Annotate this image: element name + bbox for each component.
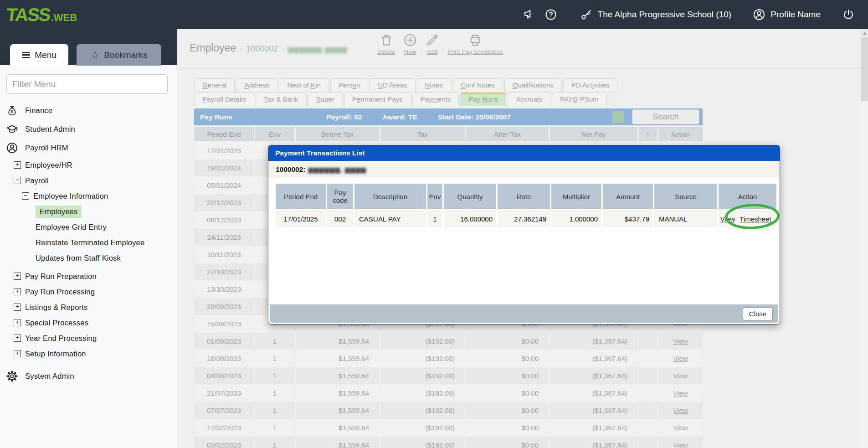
tab-payg-psum[interactable]: PAYG PSum (552, 93, 606, 106)
view-link[interactable]: View (673, 441, 688, 448)
tab-bookmarks[interactable]: ☆ Bookmarks (77, 44, 161, 66)
section-title: Pay Runs (194, 113, 326, 121)
view-link[interactable]: View (673, 389, 688, 397)
col-period-end: Period End (276, 184, 326, 209)
tab-tax-bank[interactable]: Tax & Bank (256, 93, 307, 106)
view-link[interactable]: View (673, 337, 688, 345)
expand-plus-icon[interactable]: + (14, 335, 21, 342)
table-row: 01/09/2023 1 $1,559.64 ($192.00) $0.00 (… (194, 333, 703, 350)
filter-menu-input[interactable] (6, 74, 168, 94)
delete-button[interactable]: Delete (377, 33, 395, 55)
tab-conf-notes[interactable]: Conf Notes (452, 78, 503, 92)
modal-title-bar: Payment Transactions List (268, 145, 780, 161)
school-selector[interactable]: The Alpha Progressive School (10) (579, 7, 732, 22)
cell-period-end: 19/01/2024 (194, 160, 254, 176)
tab-pd-activities[interactable]: PD Activities (563, 78, 617, 92)
tass-web-logo[interactable]: TASS .WEB (6, 5, 77, 25)
col-amount: Amount (603, 184, 653, 209)
cell-tax: ($192.00) (380, 419, 465, 436)
cell-alert (639, 385, 657, 402)
sidebar-item-listings-reports[interactable]: + Listings & Reports (0, 299, 177, 315)
view-link[interactable]: View (720, 215, 735, 223)
tab-payroll-details[interactable]: Payroll Details (194, 93, 254, 106)
expand-plus-icon[interactable]: + (14, 273, 21, 280)
sidebar-item-system-admin[interactable]: System Admin (0, 367, 177, 386)
expand-plus-icon[interactable]: + (14, 161, 21, 169)
tab-address[interactable]: Address (236, 78, 277, 92)
print-pay-envelopes-button[interactable]: Print Pay Envelopes (447, 33, 503, 55)
cell-source: MANUAL (654, 210, 717, 227)
cell-period-end: 10/11/2023 (194, 246, 254, 263)
sidebar-item-pay-run-preparation[interactable]: + Pay Run Preparation (0, 268, 177, 284)
close-button[interactable]: Close (743, 307, 773, 320)
modal-employee-name-redacted: ▆▆▆▆▆▆, ▆▆▆▆ (308, 166, 366, 173)
profile-menu[interactable]: Profile Name (751, 7, 821, 22)
announcements-icon[interactable] (521, 7, 537, 22)
col-alert: ! (639, 127, 657, 141)
menu-tree: $ Finance Student Admin Payroll HRM + Em… (0, 101, 177, 386)
sidebar-item-finance[interactable]: $ Finance (0, 101, 177, 120)
employee-name-redacted: ▆▆▆▆▆▆ ▆▆▆▆ (288, 45, 348, 53)
sidebar-item-payroll-hrm[interactable]: Payroll HRM (0, 139, 177, 157)
sidebar-item-label: Year End Processing (25, 334, 97, 343)
tab-super[interactable]: Super (308, 93, 343, 106)
sidebar-item-pay-run-processing[interactable]: + Pay Run Processing (0, 284, 177, 299)
expand-plus-icon[interactable]: + (14, 288, 21, 295)
sidebar-item-student-admin[interactable]: Student Admin (0, 120, 177, 139)
sidebar-item-employee-grid-entry[interactable]: Employee Grid Entry (0, 219, 177, 235)
col-net-pay: Net Pay (550, 127, 637, 141)
view-link[interactable]: View (673, 355, 688, 362)
tab-accruals[interactable]: Accruals (508, 93, 550, 106)
cell-after-tax: $0.00 (466, 419, 549, 436)
sidebar-item-year-end-processing[interactable]: + Year End Processing (0, 330, 177, 346)
sidebar-item-label: System Admin (25, 372, 74, 381)
sidebar-item-payroll[interactable]: − Payroll (0, 173, 177, 188)
collapse-minus-icon[interactable]: − (14, 177, 21, 184)
page-title-text: Employee (190, 42, 236, 54)
cell-alert (639, 350, 657, 367)
tab-qualifications[interactable]: Qualifications (504, 78, 562, 92)
search-button[interactable]: Search (632, 109, 699, 124)
sidebar-item-reinstate-terminated-employee[interactable]: Reinstate Terminated Employee (0, 235, 177, 250)
view-link[interactable]: View (673, 407, 688, 414)
collapse-minus-icon[interactable]: − (22, 192, 29, 200)
user-icon (751, 7, 767, 22)
sidebar-item-updates-from-staff-kiosk[interactable]: Updates from Staff Kiosk (0, 250, 177, 266)
sidebar-item-employee-hr[interactable]: + Employee/HR (0, 157, 177, 173)
sidebar-item-special-processes[interactable]: + Special Processes (0, 315, 177, 330)
expand-plus-icon[interactable]: + (14, 350, 21, 357)
edit-button[interactable]: Edit (425, 33, 440, 55)
scroll-up-button[interactable] (861, 29, 868, 37)
new-button[interactable]: New (403, 33, 417, 55)
cell-period-end: 01/09/2023 (194, 333, 254, 350)
sidebar-item-employees[interactable]: Employees (0, 204, 177, 219)
view-link[interactable]: View (673, 372, 688, 380)
tab-person[interactable]: Person (330, 78, 369, 92)
cell-env: 1 (255, 419, 294, 436)
view-link[interactable]: View (673, 424, 688, 432)
tab-pay-runs[interactable]: Pay Runs (460, 93, 506, 106)
expand-plus-icon[interactable]: + (14, 319, 21, 326)
tab-notes[interactable]: Notes (417, 78, 451, 92)
tab-next-of-kin[interactable]: Next of Kin (279, 78, 329, 92)
timesheet-link[interactable]: Timesheet (740, 215, 771, 223)
cell-env: 1 (255, 402, 294, 419)
sidebar-item-label: Finance (25, 106, 52, 115)
tab-general[interactable]: General (194, 78, 235, 92)
expand-plus-icon[interactable]: + (14, 304, 21, 311)
vertical-scrollbar[interactable] (861, 29, 868, 448)
scrollbar-thumb[interactable] (861, 37, 868, 101)
tab-payments[interactable]: Payments (412, 93, 459, 106)
tab-permanent-pays[interactable]: Permanent Pays (344, 93, 411, 106)
sidebar-item-setup-information[interactable]: + Setup Information (0, 346, 177, 361)
help-icon[interactable] (543, 7, 559, 22)
sidebar-item-label: Employee/HR (25, 161, 72, 170)
sidebar-item-employee-information[interactable]: − Employee Information (0, 188, 177, 204)
col-action: Action (719, 184, 776, 209)
logout-icon[interactable] (841, 7, 856, 22)
table-row: 07/07/2023 1 $1,559.64 ($192.00) $0.00 (… (194, 402, 703, 419)
cell-after-tax: $0.00 (466, 437, 549, 448)
tab-menu[interactable]: Menu (10, 44, 68, 66)
sidebar-item-label: Reinstate Terminated Employee (36, 238, 144, 247)
tab-ud-areas[interactable]: UD Areas (370, 78, 415, 92)
